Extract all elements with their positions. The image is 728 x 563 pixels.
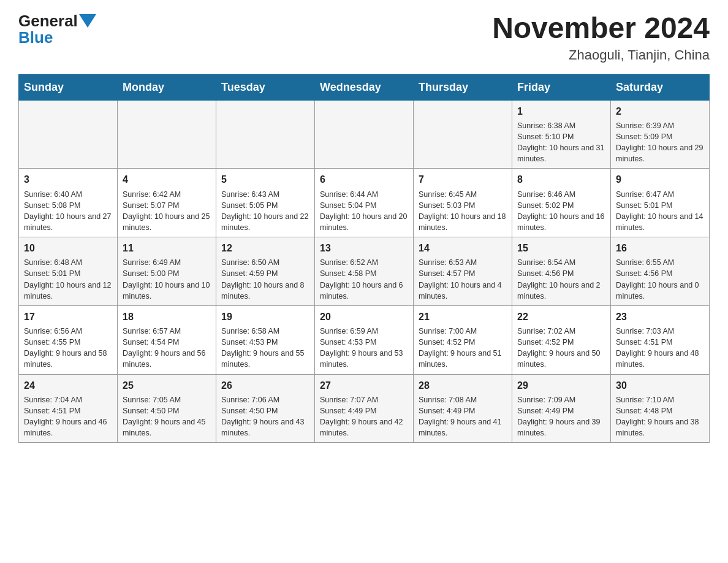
day-number: 23 — [616, 310, 704, 324]
day-info: Sunrise: 6:45 AM Sunset: 5:03 PM Dayligh… — [419, 189, 507, 234]
day-number: 13 — [320, 241, 408, 255]
day-number: 24 — [24, 378, 112, 393]
day-number: 9 — [616, 172, 704, 186]
day-info: Sunrise: 6:59 AM Sunset: 4:53 PM Dayligh… — [320, 326, 408, 370]
calendar-week-row: 1Sunrise: 6:38 AM Sunset: 5:10 PM Daylig… — [19, 100, 710, 169]
calendar-header-saturday: Saturday — [611, 74, 710, 100]
day-number: 18 — [123, 310, 211, 324]
calendar-cell — [414, 100, 512, 169]
calendar-cell: 1Sunrise: 6:38 AM Sunset: 5:10 PM Daylig… — [512, 100, 611, 169]
day-info: Sunrise: 6:48 AM Sunset: 5:01 PM Dayligh… — [24, 257, 112, 302]
day-number: 17 — [24, 310, 112, 324]
day-info: Sunrise: 7:08 AM Sunset: 4:49 PM Dayligh… — [419, 394, 507, 439]
calendar-cell: 21Sunrise: 7:00 AM Sunset: 4:52 PM Dayli… — [414, 305, 512, 374]
day-info: Sunrise: 6:40 AM Sunset: 5:08 PM Dayligh… — [24, 189, 112, 234]
day-number: 5 — [221, 172, 309, 186]
calendar-cell: 6Sunrise: 6:44 AM Sunset: 5:04 PM Daylig… — [315, 169, 414, 237]
day-number: 20 — [320, 310, 408, 324]
day-number: 12 — [221, 241, 309, 255]
day-info: Sunrise: 6:50 AM Sunset: 4:59 PM Dayligh… — [221, 257, 309, 302]
calendar-cell: 13Sunrise: 6:52 AM Sunset: 4:58 PM Dayli… — [315, 237, 414, 306]
day-info: Sunrise: 6:43 AM Sunset: 5:05 PM Dayligh… — [221, 189, 309, 234]
calendar-header-wednesday: Wednesday — [315, 74, 414, 100]
day-number: 2 — [616, 104, 704, 118]
logo-arrow-icon — [79, 14, 96, 28]
day-info: Sunrise: 7:02 AM Sunset: 4:52 PM Dayligh… — [517, 326, 605, 370]
logo-text-blue: Blue — [18, 29, 96, 47]
day-number: 27 — [320, 378, 408, 393]
calendar-cell: 7Sunrise: 6:45 AM Sunset: 5:03 PM Daylig… — [414, 169, 512, 237]
calendar-cell — [118, 100, 216, 169]
day-number: 19 — [221, 310, 309, 324]
calendar-cell: 14Sunrise: 6:53 AM Sunset: 4:57 PM Dayli… — [414, 237, 512, 306]
calendar-cell: 23Sunrise: 7:03 AM Sunset: 4:51 PM Dayli… — [611, 305, 710, 374]
day-info: Sunrise: 7:03 AM Sunset: 4:51 PM Dayligh… — [616, 326, 704, 370]
day-info: Sunrise: 6:39 AM Sunset: 5:09 PM Dayligh… — [616, 120, 704, 165]
calendar-cell — [315, 100, 414, 169]
day-number: 16 — [616, 241, 704, 255]
day-info: Sunrise: 7:07 AM Sunset: 4:49 PM Dayligh… — [320, 394, 408, 439]
calendar-week-row: 24Sunrise: 7:04 AM Sunset: 4:51 PM Dayli… — [19, 374, 710, 443]
day-number: 1 — [517, 104, 605, 118]
day-info: Sunrise: 6:46 AM Sunset: 5:02 PM Dayligh… — [517, 189, 605, 234]
calendar-header-row: SundayMondayTuesdayWednesdayThursdayFrid… — [19, 74, 710, 100]
day-info: Sunrise: 6:38 AM Sunset: 5:10 PM Dayligh… — [517, 120, 605, 165]
svg-marker-0 — [79, 14, 96, 28]
day-info: Sunrise: 6:54 AM Sunset: 4:56 PM Dayligh… — [517, 257, 605, 302]
day-info: Sunrise: 7:10 AM Sunset: 4:48 PM Dayligh… — [616, 394, 704, 439]
calendar-week-row: 17Sunrise: 6:56 AM Sunset: 4:55 PM Dayli… — [19, 305, 710, 374]
calendar-cell: 10Sunrise: 6:48 AM Sunset: 5:01 PM Dayli… — [19, 237, 118, 306]
calendar-cell: 11Sunrise: 6:49 AM Sunset: 5:00 PM Dayli… — [118, 237, 216, 306]
day-info: Sunrise: 6:53 AM Sunset: 4:57 PM Dayligh… — [419, 257, 507, 302]
day-number: 29 — [517, 378, 605, 393]
calendar-week-row: 3Sunrise: 6:40 AM Sunset: 5:08 PM Daylig… — [19, 169, 710, 237]
calendar-cell: 25Sunrise: 7:05 AM Sunset: 4:50 PM Dayli… — [118, 374, 216, 443]
page-header: General Blue November 2024 Zhaoguli, Tia… — [18, 12, 710, 63]
month-title: November 2024 — [492, 12, 710, 45]
calendar-cell: 29Sunrise: 7:09 AM Sunset: 4:49 PM Dayli… — [512, 374, 611, 443]
day-info: Sunrise: 7:09 AM Sunset: 4:49 PM Dayligh… — [517, 394, 605, 439]
calendar-header-monday: Monday — [118, 74, 216, 100]
day-info: Sunrise: 6:58 AM Sunset: 4:53 PM Dayligh… — [221, 326, 309, 370]
calendar-header-thursday: Thursday — [414, 74, 512, 100]
day-info: Sunrise: 6:52 AM Sunset: 4:58 PM Dayligh… — [320, 257, 408, 302]
day-number: 10 — [24, 241, 112, 255]
day-number: 8 — [517, 172, 605, 186]
logo: General Blue — [18, 12, 96, 46]
day-info: Sunrise: 6:42 AM Sunset: 5:07 PM Dayligh… — [123, 189, 211, 234]
day-number: 14 — [419, 241, 507, 255]
day-number: 11 — [123, 241, 211, 255]
calendar-cell: 17Sunrise: 6:56 AM Sunset: 4:55 PM Dayli… — [19, 305, 118, 374]
calendar-cell: 5Sunrise: 6:43 AM Sunset: 5:05 PM Daylig… — [216, 169, 315, 237]
calendar-header-friday: Friday — [512, 74, 611, 100]
day-number: 25 — [123, 378, 211, 393]
day-number: 26 — [221, 378, 309, 393]
day-number: 4 — [123, 172, 211, 186]
calendar-week-row: 10Sunrise: 6:48 AM Sunset: 5:01 PM Dayli… — [19, 237, 710, 306]
day-number: 7 — [419, 172, 507, 186]
day-number: 15 — [517, 241, 605, 255]
calendar-cell: 2Sunrise: 6:39 AM Sunset: 5:09 PM Daylig… — [611, 100, 710, 169]
day-info: Sunrise: 6:55 AM Sunset: 4:56 PM Dayligh… — [616, 257, 704, 302]
calendar-table: SundayMondayTuesdayWednesdayThursdayFrid… — [18, 74, 710, 443]
calendar-cell: 19Sunrise: 6:58 AM Sunset: 4:53 PM Dayli… — [216, 305, 315, 374]
calendar-header-sunday: Sunday — [19, 74, 118, 100]
calendar-cell: 9Sunrise: 6:47 AM Sunset: 5:01 PM Daylig… — [611, 169, 710, 237]
calendar-cell: 24Sunrise: 7:04 AM Sunset: 4:51 PM Dayli… — [19, 374, 118, 443]
calendar-cell — [216, 100, 315, 169]
calendar-cell: 3Sunrise: 6:40 AM Sunset: 5:08 PM Daylig… — [19, 169, 118, 237]
day-number: 28 — [419, 378, 507, 393]
day-number: 6 — [320, 172, 408, 186]
calendar-header-tuesday: Tuesday — [216, 74, 315, 100]
logo-text-general: General — [18, 12, 78, 30]
calendar-cell: 26Sunrise: 7:06 AM Sunset: 4:50 PM Dayli… — [216, 374, 315, 443]
calendar-cell: 30Sunrise: 7:10 AM Sunset: 4:48 PM Dayli… — [611, 374, 710, 443]
day-info: Sunrise: 7:06 AM Sunset: 4:50 PM Dayligh… — [221, 394, 309, 439]
day-info: Sunrise: 6:44 AM Sunset: 5:04 PM Dayligh… — [320, 189, 408, 234]
calendar-cell: 20Sunrise: 6:59 AM Sunset: 4:53 PM Dayli… — [315, 305, 414, 374]
day-info: Sunrise: 6:57 AM Sunset: 4:54 PM Dayligh… — [123, 326, 211, 370]
title-area: November 2024 Zhaoguli, Tianjin, China — [492, 12, 710, 63]
calendar-cell — [19, 100, 118, 169]
day-info: Sunrise: 6:56 AM Sunset: 4:55 PM Dayligh… — [24, 326, 112, 370]
day-info: Sunrise: 7:00 AM Sunset: 4:52 PM Dayligh… — [419, 326, 507, 370]
